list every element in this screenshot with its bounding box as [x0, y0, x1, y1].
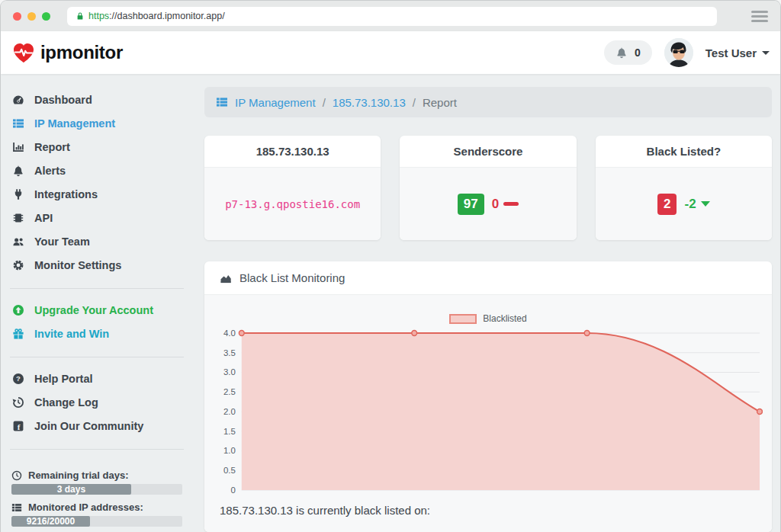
trial-days-progress-fill: 3 days: [11, 484, 131, 495]
browser-window: https://dashboard.ipmonitor.app/ ipmonit…: [0, 0, 781, 532]
sidebar-item-monitor-settings[interactable]: Monitor Settings: [1, 253, 193, 277]
history-icon: [11, 396, 25, 409]
sidebar-item-label: Monitor Settings: [34, 259, 121, 271]
brand-name: ipmonitor: [40, 42, 123, 63]
monitored-ips-progressbar: 9216/20000: [11, 516, 182, 527]
blacklist-card-title: Black Listed?: [596, 136, 772, 168]
monitored-ips-label: Monitored IP addresses:: [28, 502, 143, 513]
blacklist-badge: 2: [657, 194, 677, 215]
user-name: Test User: [705, 46, 757, 59]
svg-text:3.5: 3.5: [223, 348, 236, 357]
sidebar: Dashboard IP Management Report Alerts In…: [1, 74, 193, 532]
senderscore-card-title: Senderscore: [400, 136, 576, 168]
trial-days-label-row: Remaining trial days:: [11, 468, 182, 482]
gear-icon: [11, 259, 25, 271]
svg-text:1.0: 1.0: [223, 446, 236, 455]
app-logo[interactable]: ipmonitor: [11, 40, 123, 65]
sidebar-item-label: Invite and Win: [34, 328, 109, 340]
clock-icon: [11, 470, 22, 481]
ip-hostname: p7-13.g.qpostie16.com: [225, 198, 360, 210]
legend-swatch: [449, 314, 477, 324]
blacklist-monitoring-card: Black List Monitoring Blacklisted 00.51.…: [204, 261, 772, 532]
gift-icon: [11, 328, 25, 340]
avatar[interactable]: [664, 38, 693, 67]
senderscore-card: Senderscore 97 0: [400, 136, 576, 240]
minimize-window-icon[interactable]: [27, 12, 36, 21]
sidebar-item-label: Your Team: [34, 236, 90, 248]
ip-card-title: 185.73.130.13: [204, 136, 381, 168]
address-bar[interactable]: https://dashboard.ipmonitor.app/: [67, 7, 717, 26]
plug-icon: [11, 188, 25, 200]
sidebar-item-report[interactable]: Report: [1, 135, 193, 159]
bell-icon: [11, 165, 25, 177]
sidebar-item-label: Alerts: [34, 165, 66, 177]
caret-down-icon: [701, 201, 710, 207]
breadcrumb: IP Management / 185.73.130.13 / Report: [204, 87, 772, 117]
sidebar-item-label: Help Portal: [34, 373, 93, 385]
question-circle-icon: ?: [11, 373, 25, 385]
blacklist-delta: -2: [684, 197, 709, 212]
window-controls: [13, 12, 50, 21]
sidebar-item-alerts[interactable]: Alerts: [1, 159, 193, 182]
trial-days-progressbar: 3 days: [11, 484, 182, 495]
area-chart-icon: [220, 272, 232, 284]
menu-icon[interactable]: [751, 11, 768, 22]
monitored-ips-progress-fill: 9216/20000: [11, 516, 90, 527]
sidebar-item-help-portal[interactable]: ? Help Portal: [1, 367, 193, 390]
monitored-ips-label-row: Monitored IP addresses:: [11, 500, 182, 514]
th-list-icon: [216, 96, 228, 108]
sidebar-item-upgrade-account[interactable]: Upgrade Your Account: [1, 298, 193, 322]
heart-pulse-icon: [11, 40, 36, 65]
main-content: IP Management / 185.73.130.13 / Report 1…: [193, 74, 780, 532]
sidebar-item-label: API: [34, 212, 53, 224]
maximize-window-icon[interactable]: [42, 12, 50, 21]
breadcrumb-link-ip-address[interactable]: 185.73.130.13: [333, 96, 406, 109]
sidebar-item-api[interactable]: API: [1, 206, 193, 229]
sidebar-item-label: Report: [34, 141, 70, 153]
url-text: https://dashboard.ipmonitor.app/: [88, 11, 225, 21]
notifications-button[interactable]: 0: [604, 40, 652, 65]
caret-down-icon: [762, 51, 770, 55]
breadcrumb-link-ip-management[interactable]: IP Management: [235, 96, 316, 109]
chart-legend[interactable]: Blacklisted: [214, 313, 763, 324]
bell-icon: [615, 46, 628, 59]
sidebar-divider: [10, 288, 184, 289]
app-header: ipmonitor 0 Tes: [1, 31, 780, 74]
blacklist-card: Black Listed? 2 -2: [596, 136, 772, 240]
breadcrumb-separator: /: [323, 96, 326, 109]
facebook-icon: f: [11, 420, 25, 432]
svg-text:2.5: 2.5: [223, 387, 236, 396]
sidebar-divider: [10, 449, 184, 450]
sidebar-item-dashboard[interactable]: Dashboard: [1, 88, 193, 111]
minus-icon: [503, 202, 519, 206]
svg-text:3.0: 3.0: [223, 367, 236, 377]
sidebar-item-label: Integrations: [34, 188, 98, 200]
svg-text:1.5: 1.5: [223, 427, 236, 436]
sidebar-item-ip-management[interactable]: IP Management: [1, 111, 193, 135]
legend-label: Blacklisted: [483, 313, 526, 324]
svg-text:0.5: 0.5: [223, 466, 236, 475]
sidebar-item-change-log[interactable]: Change Log: [1, 390, 193, 414]
browser-chrome: https://dashboard.ipmonitor.app/: [1, 1, 780, 31]
sidebar-item-label: Join Our Community: [34, 420, 143, 432]
svg-text:0: 0: [230, 486, 235, 495]
chart-title: Black List Monitoring: [239, 271, 345, 284]
sidebar-item-label: Change Log: [34, 396, 98, 409]
close-window-icon[interactable]: [13, 12, 21, 21]
dashboard-icon: [11, 94, 25, 106]
lock-icon: [76, 11, 85, 21]
breadcrumb-current: Report: [423, 96, 457, 109]
svg-text:2.0: 2.0: [223, 407, 236, 416]
th-list-icon: [11, 117, 25, 130]
sidebar-item-your-team[interactable]: Your Team: [1, 229, 193, 253]
sidebar-divider: [10, 357, 184, 357]
sidebar-item-invite-and-win[interactable]: Invite and Win: [1, 322, 193, 345]
svg-text:?: ?: [16, 374, 21, 383]
th-list-icon: [11, 502, 22, 513]
sidebar-item-join-community[interactable]: f Join Our Community: [1, 414, 193, 437]
user-menu[interactable]: Test User: [705, 46, 770, 59]
sidebar-item-integrations[interactable]: Integrations: [1, 182, 193, 206]
sidebar-item-label: Dashboard: [34, 94, 92, 106]
ip-card: 185.73.130.13 p7-13.g.qpostie16.com: [204, 136, 381, 240]
svg-text:4.0: 4.0: [223, 328, 236, 338]
